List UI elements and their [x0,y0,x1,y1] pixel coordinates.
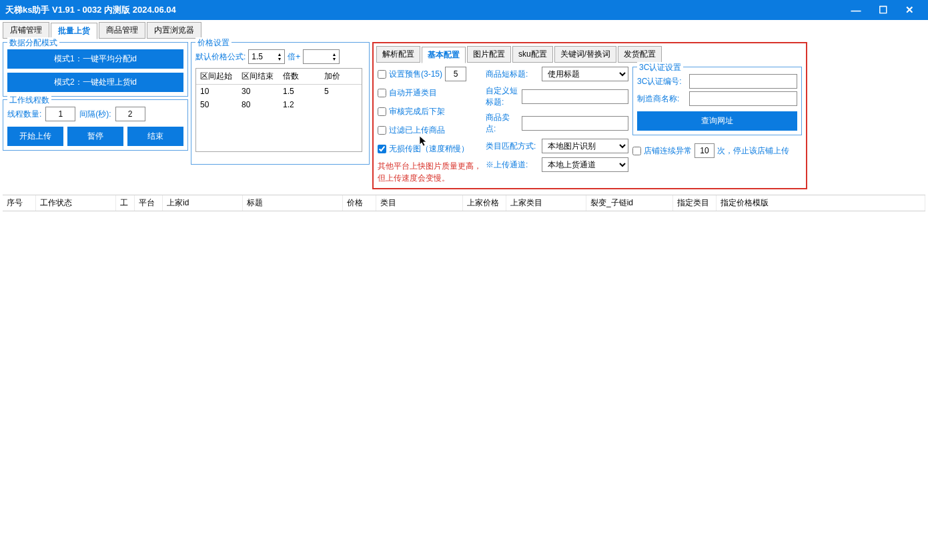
cert3c-id-label: 3C认证编号: [637,76,686,87]
grid-col-work: 工 [116,195,135,211]
shop-error-checkbox[interactable] [632,147,641,155]
custom-short-input[interactable] [522,89,628,104]
short-title-label: 商品短标题: [486,69,539,80]
filter-uploaded-checkbox[interactable] [378,126,386,135]
grid-col-upstream-id: 上家id [163,195,243,211]
price-row[interactable]: 10301.55 [196,85,362,98]
cert3c-legend: 3C认证设置 [637,62,683,73]
upload-channel-select[interactable]: 本地上货通道 [542,157,628,172]
start-upload-button[interactable]: 开始上传 [7,127,63,146]
custom-short-label: 自定义短标题: [486,85,519,108]
upload-channel-label: ※上传通道: [486,159,539,171]
data-mode-legend: 数据分配模式 [7,37,59,49]
thread-count-input[interactable] [45,107,75,121]
grid-col-upstream-cat: 上家类目 [506,195,586,211]
shop-error-label: 店铺连续异常 [644,145,692,157]
query-url-button[interactable]: 查询网址 [637,111,797,131]
cert3c-mfr-label: 制造商名称: [637,93,686,105]
end-button[interactable]: 结束 [127,127,183,146]
price-table: 区间起始 区间结束 倍数 加价 10301.55 50801.2 [195,68,362,152]
config-tabs: 解析配置 基本配置 图片配置 sku配置 关键词/替换词 发货配置 [375,45,805,63]
auto-category-label: 自动开通类目 [389,87,437,99]
cfg-tab-sku[interactable]: sku配置 [512,46,553,63]
mode1-button[interactable]: 模式1：一键平均分配id [7,49,183,69]
category-match-label: 类目匹配方式: [486,141,539,152]
thread-count-label: 线程数量: [7,109,41,120]
category-match-select[interactable]: 本地图片识别 [542,139,628,153]
filter-uploaded-label: 过滤已上传商品 [389,125,445,136]
interval-label: 间隔(秒): [79,109,111,120]
audit-offshelf-label: 审核完成后下架 [389,106,445,117]
price-col-mult: 倍数 [279,69,320,84]
data-grid-body[interactable] [3,211,925,560]
lossless-checkbox[interactable] [378,145,386,153]
price-group: 价格设置 默认价格公式: 1.5▲▼ 倍+ ▲▼ 区间起始 区间结束 倍数 加价… [191,42,370,165]
audit-offshelf-checkbox[interactable] [378,107,386,116]
cfg-tab-ship[interactable]: 发货配置 [618,46,662,63]
price-col-add: 加价 [320,69,362,84]
selling-point-label: 商品卖点: [486,112,519,135]
price-col-end: 区间结束 [238,69,279,84]
threads-legend: 工作线程数 [7,95,51,106]
interval-input[interactable] [115,107,145,121]
presale-checkbox[interactable] [378,70,386,79]
threads-group: 工作线程数 线程数量: 间隔(秒): 开始上传 暂停 结束 [3,99,188,151]
config-highlight-box: 解析配置 基本配置 图片配置 sku配置 关键词/替换词 发货配置 设置预售(3… [372,42,807,189]
cfg-tab-basic[interactable]: 基本配置 [422,47,466,63]
lossless-label: 无损传图（速度稍慢） [389,143,469,155]
maximize-button[interactable]: ☐ [869,0,896,20]
selling-point-input[interactable] [522,116,628,131]
data-grid: 序号 工作状态 工 平台 上家id 标题 价格 类目 上家价格 上家类目 裂变_… [3,195,925,211]
pause-button[interactable]: 暂停 [67,127,123,146]
app-title: 天梯ks助手 V1.91 - 0032 内测版 2024.06.04 [5,4,843,16]
default-price-label: 默认价格公式: [195,51,246,63]
grid-col-title: 标题 [243,195,343,211]
price-legend: 价格设置 [195,37,231,49]
presale-input[interactable] [445,67,466,81]
short-title-select[interactable]: 使用标题 [542,67,628,81]
grid-col-spec-cat: 指定类目 [673,195,717,211]
grid-col-platform: 平台 [135,195,163,211]
auto-category-checkbox[interactable] [378,89,386,97]
grid-col-upstream-price: 上家价格 [463,195,506,211]
data-mode-group: 数据分配模式 模式1：一键平均分配id 模式2：一键处理上货id [3,42,188,97]
grid-col-status: 工作状态 [36,195,116,211]
plus-spinner[interactable]: ▲▼ [303,49,340,64]
grid-col-fission-id: 裂变_子链id [586,195,673,211]
tab-browser[interactable]: 内置浏览器 [147,22,201,39]
presale-label: 设置预售(3-15) [389,69,442,80]
lossless-note: 其他平台上快图片质量更高，但上传速度会变慢。 [378,160,482,184]
cert3c-mfr-input[interactable] [689,91,797,106]
main-tabs: 店铺管理 批量上货 商品管理 内置浏览器 [0,20,928,39]
tab-product-mgmt[interactable]: 商品管理 [99,22,145,39]
multiplier-spinner[interactable]: 1.5▲▼ [248,49,285,64]
shop-error-suffix: 次，停止该店铺上传 [717,145,789,157]
cert3c-group: 3C认证设置 3C认证编号: 制造商名称: 查询网址 [632,67,802,135]
grid-col-price: 价格 [343,195,376,211]
price-col-start: 区间起始 [196,69,238,84]
titlebar: 天梯ks助手 V1.91 - 0032 内测版 2024.06.04 — ☐ ✕ [0,0,928,20]
cert3c-id-input[interactable] [689,74,797,89]
cfg-tab-image[interactable]: 图片配置 [467,46,511,63]
plus-label: 倍+ [288,51,300,63]
close-button[interactable]: ✕ [896,0,923,20]
cfg-tab-parse[interactable]: 解析配置 [376,46,420,63]
minimize-button[interactable]: — [843,0,869,20]
grid-col-index: 序号 [3,195,36,211]
price-row[interactable]: 50801.2 [196,98,362,111]
grid-col-category: 类目 [376,195,463,211]
mode2-button[interactable]: 模式2：一键处理上货id [7,73,183,92]
grid-col-price-tpl: 指定价格模版 [717,195,925,211]
tab-store-mgmt[interactable]: 店铺管理 [3,22,49,39]
shop-error-input[interactable] [694,143,715,158]
cfg-tab-keyword[interactable]: 关键词/替换词 [554,46,616,63]
